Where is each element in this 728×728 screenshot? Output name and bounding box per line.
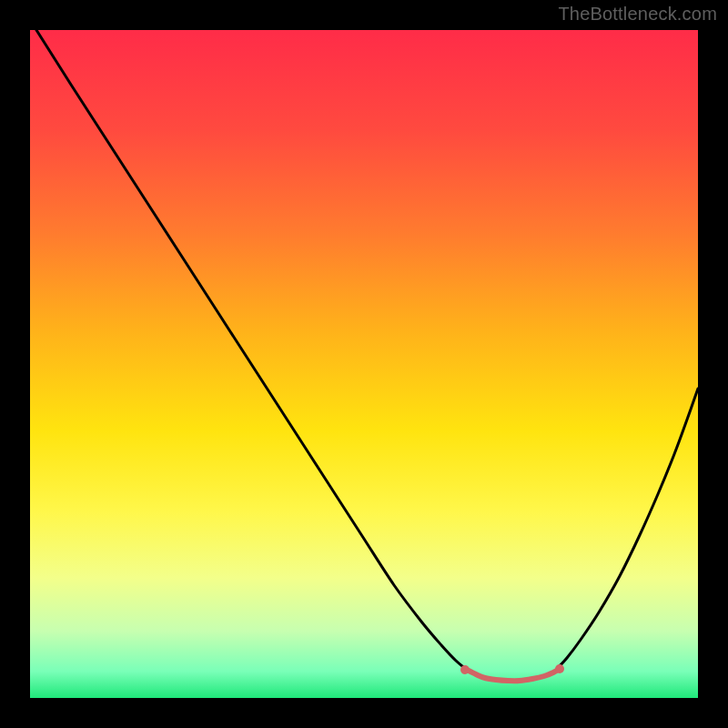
series-left-curve [36, 30, 467, 670]
chart-container: TheBottleneck.com [0, 0, 728, 728]
marker-1 [555, 664, 564, 673]
marker-0 [460, 665, 470, 674]
plot-area [30, 30, 698, 698]
chart-lines [30, 30, 698, 698]
series-right-curve [557, 389, 698, 669]
watermark-text: TheBottleneck.com [558, 4, 717, 25]
series-flat-segments [465, 669, 560, 681]
